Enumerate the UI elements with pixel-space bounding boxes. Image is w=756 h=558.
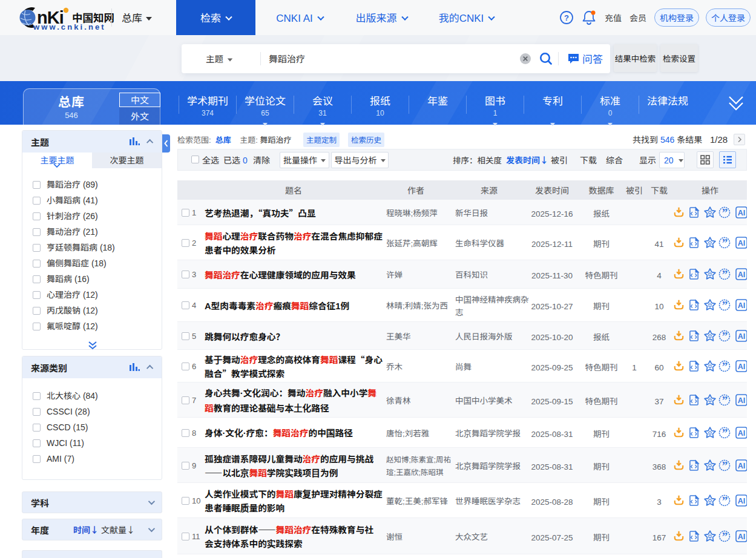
svg-text:AI: AI bbox=[738, 533, 746, 541]
svg-text:”: ” bbox=[722, 394, 728, 406]
svg-text:AI: AI bbox=[738, 429, 746, 438]
svg-text:AI: AI bbox=[738, 301, 746, 310]
svg-text:”: ” bbox=[722, 299, 728, 311]
svg-text:”: ” bbox=[722, 330, 728, 342]
svg-text:”: ” bbox=[722, 494, 728, 507]
svg-text:?: ? bbox=[564, 13, 569, 22]
svg-text:AI: AI bbox=[738, 332, 746, 341]
svg-text:”: ” bbox=[722, 530, 728, 542]
svg-text:”: ” bbox=[722, 268, 728, 280]
svg-text:”: ” bbox=[722, 427, 728, 439]
svg-text:www.cnki.net: www.cnki.net bbox=[33, 22, 106, 31]
svg-text:AI: AI bbox=[738, 363, 746, 371]
svg-text:”: ” bbox=[722, 459, 728, 471]
svg-text:AI: AI bbox=[738, 462, 746, 470]
svg-text:AI: AI bbox=[738, 396, 746, 405]
svg-text:AI: AI bbox=[738, 209, 746, 217]
svg-text:”: ” bbox=[722, 237, 728, 249]
svg-text:AI: AI bbox=[738, 497, 746, 505]
svg-text:”: ” bbox=[722, 360, 728, 372]
svg-text:AI: AI bbox=[738, 271, 746, 279]
svg-text:AI: AI bbox=[738, 239, 746, 248]
svg-text:”: ” bbox=[722, 206, 728, 218]
